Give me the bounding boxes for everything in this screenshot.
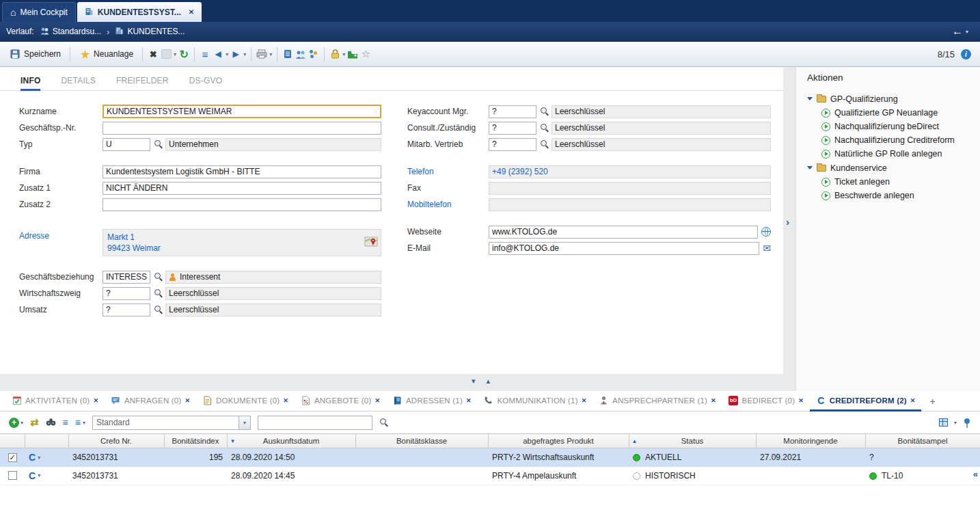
print-icon[interactable] <box>256 48 267 60</box>
history-back-icon[interactable]: ← <box>952 25 963 38</box>
header-bonitaetsampel[interactable]: Bonitätsampel <box>865 434 980 448</box>
tab-anfragen[interactable]: ANFRAGEN (0) ✕ <box>105 391 196 412</box>
tab-info[interactable]: INFO <box>21 72 40 91</box>
tab-ds-gvo[interactable]: DS-GVO <box>189 72 223 91</box>
collapse-up-icon[interactable]: ▴ <box>487 377 491 386</box>
refresh-icon[interactable]: ↻ <box>178 48 189 60</box>
favorite-icon[interactable]: ☆ <box>360 48 371 60</box>
lookup-icon[interactable] <box>154 288 163 298</box>
next-dropdown-icon[interactable]: ▾ <box>243 51 246 57</box>
tab-adressen[interactable]: ADRESSEN (1) ✕ <box>386 391 477 412</box>
consult-code-input[interactable] <box>489 122 536 135</box>
transfer-icon[interactable]: ⇄ <box>30 416 39 429</box>
action-ticket-anlegen[interactable]: Ticket anlegen <box>807 175 980 189</box>
close-icon[interactable]: ✕ <box>93 397 98 404</box>
add-record-button[interactable]: + ▾ <box>9 418 23 428</box>
action-qualifizierte-gp-neuanlage[interactable]: Qualifizierte GP Neuanlage <box>807 106 980 120</box>
adresse-street-link[interactable]: Markt 1 <box>107 232 377 243</box>
keyaccount-code-input[interactable] <box>489 105 536 118</box>
close-icon[interactable]: ✕ <box>466 397 472 404</box>
print-dropdown-icon[interactable]: ▾ <box>269 51 272 57</box>
row-checkbox[interactable] <box>8 471 17 480</box>
map-icon[interactable] <box>364 235 378 250</box>
header-status[interactable]: ▲Status <box>629 434 756 448</box>
typ-code-input[interactable] <box>103 138 150 151</box>
table-row[interactable]: C▾ 3452013731 28.09.2020 14:45 PRTY-4 Am… <box>0 467 980 485</box>
panel-collapse-icon[interactable]: « <box>973 469 978 479</box>
tab-angebote[interactable]: ANGEBOTE (0) ✕ <box>295 391 386 412</box>
tab-bedirect[interactable]: bD BEDIRECT (0) ✕ <box>722 391 810 412</box>
row-dropdown-icon[interactable]: ▾ <box>38 472 40 479</box>
globe-icon[interactable] <box>761 227 771 237</box>
expand-icon[interactable] <box>807 97 813 100</box>
save-button[interactable]: Speichern <box>5 45 65 63</box>
tab-mein-cockpit[interactable]: ⌂ Mein Cockpit <box>2 2 76 22</box>
tab-kommunikation[interactable]: KOMMUNIKATION (1) ✕ <box>477 391 593 412</box>
list-view-icon[interactable]: ≡ <box>63 417 68 428</box>
close-icon[interactable]: ✕ <box>189 8 194 16</box>
new-record-button[interactable]: Neuanlage <box>75 45 137 63</box>
header-crefo-nr[interactable]: Crefo Nr. <box>68 434 164 448</box>
tree-group-gp-qualifizierung[interactable]: GP-Qualifizierung <box>807 92 980 106</box>
lock-icon[interactable] <box>329 48 340 60</box>
zusatz2-input[interactable] <box>103 198 381 211</box>
close-icon[interactable]: ✕ <box>910 397 916 404</box>
row-dropdown-icon[interactable]: ▾ <box>38 455 40 461</box>
header-produkt[interactable]: abgefragtes Produkt <box>488 434 629 448</box>
previous-record-icon[interactable]: ◀ <box>213 48 223 60</box>
info-icon[interactable]: i <box>961 49 971 59</box>
pin-icon[interactable] <box>963 418 971 428</box>
header-auskunftsdatum[interactable]: ▼Auskunftsdatum <box>227 434 355 448</box>
email-input[interactable] <box>489 242 759 255</box>
breadcrumb-item-search[interactable]: Standardsu... <box>40 27 101 37</box>
contacts-icon[interactable] <box>295 48 306 60</box>
column-filter-icon[interactable] <box>939 418 948 427</box>
telefon-link-label[interactable]: Telefon <box>407 167 489 176</box>
tab-details[interactable]: DETAILS <box>61 72 96 91</box>
action-beschwerde-anlegen[interactable]: Beschwerde anlegen <box>807 189 980 202</box>
expand-icon[interactable] <box>807 166 813 170</box>
tab-ansprechpartner[interactable]: ANSPRECHPARTNER (1) ✕ <box>593 391 722 412</box>
geschaeftsbeziehung-code-input[interactable] <box>103 271 150 284</box>
services-icon[interactable] <box>308 48 319 60</box>
add-dropdown-icon[interactable]: ▾ <box>21 420 23 426</box>
umsatz-code-input[interactable] <box>103 304 150 316</box>
history-dropdown-icon[interactable]: ▾ <box>966 29 968 35</box>
wirtschaftszweig-code-input[interactable] <box>103 287 150 300</box>
close-icon[interactable]: ✕ <box>711 397 716 404</box>
next-record-icon[interactable]: ▶ <box>230 48 241 60</box>
close-icon[interactable]: ✕ <box>582 397 587 404</box>
mobiltelefon-link-label[interactable]: Mobiltelefon <box>407 200 489 209</box>
tab-record[interactable]: KUNDENTESTSYST... ✕ <box>77 2 202 22</box>
action-natuerliche-gp-rolle[interactable]: Natürliche GP Rolle anlegen <box>807 147 980 161</box>
search-icon[interactable] <box>379 418 388 427</box>
breadcrumb-item-record[interactable]: KUNDENTES... <box>115 26 185 37</box>
view-select-dropdown[interactable]: ▾ <box>239 416 250 429</box>
grouping-button[interactable]: ≡ ▾ <box>75 417 85 428</box>
action-nachqualifizierung-creditreform[interactable]: Nachqualifizierung Creditreform <box>807 133 980 147</box>
lookup-icon[interactable] <box>540 107 549 116</box>
close-icon[interactable]: ✕ <box>185 397 190 404</box>
webseite-input[interactable] <box>489 226 758 239</box>
table-row[interactable]: ✓ C▾ 3452013731 195 28.09.2020 14:50 PRT… <box>0 448 980 467</box>
email-icon[interactable]: ✉ <box>763 243 771 253</box>
dropdown-icon[interactable]: ▾ <box>174 51 176 57</box>
creditreform-icon[interactable]: C <box>29 470 36 481</box>
tree-group-kundenservice[interactable]: Kundenservice <box>807 161 980 175</box>
header-bonitaetsklasse[interactable]: Bonitätsklasse <box>355 434 488 448</box>
tab-aktivitaeten[interactable]: AKTIVITÄTEN (0) ✕ <box>5 391 105 412</box>
sidebar-expand-icon[interactable]: › <box>786 216 789 228</box>
tab-dokumente[interactable]: DOKUMENTE (0) ✕ <box>196 391 295 412</box>
document-icon[interactable] <box>282 48 293 60</box>
column-filter-dropdown-icon[interactable]: ▾ <box>954 420 957 426</box>
telefon-number-link[interactable]: +49 (2392) 520 <box>492 167 548 176</box>
view-select[interactable]: Standard ▾ <box>92 416 251 430</box>
binoculars-icon[interactable] <box>46 418 56 428</box>
adresse-link-label[interactable]: Adresse <box>19 229 103 241</box>
header-monitoringende[interactable]: Monitoringende <box>756 434 865 448</box>
header-bonitaetsindex[interactable]: Bonitätsindex <box>164 434 227 448</box>
lookup-icon[interactable] <box>154 272 163 282</box>
tab-creditreform[interactable]: C CREDITREFORM (2) ✕ <box>810 391 922 412</box>
creditreform-icon[interactable]: C <box>29 452 36 463</box>
close-icon[interactable]: ✕ <box>798 397 804 404</box>
